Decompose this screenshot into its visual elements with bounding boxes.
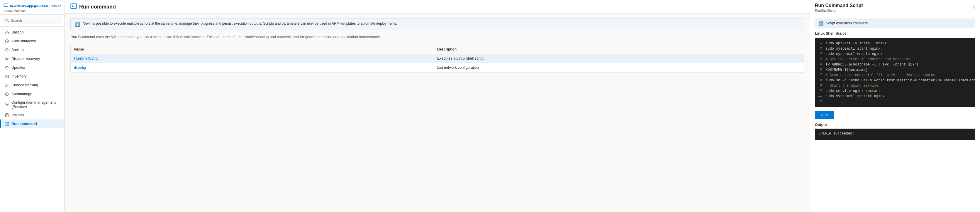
panel-body: ℹ️ Script execution complete Linux Shell… (810, 15, 980, 212)
config-management-icon (5, 102, 9, 107)
line-num-12: 12 (815, 99, 826, 103)
col-name-header: Name (74, 47, 437, 51)
sidebar-item-run-command-label: Run command (11, 122, 37, 126)
line-num-6: 6 (815, 67, 826, 71)
info-banner: ℹ️ Now it's possible to execute multiple… (70, 18, 804, 30)
svg-point-2 (6, 33, 7, 33)
code-line-6: 6 HOSTNAME=$(hostname) (815, 67, 975, 73)
run-command-header-icon (70, 3, 77, 11)
automanage-icon (5, 92, 9, 96)
code-line-9: 9 # Start the nginx service (815, 83, 975, 88)
table-row[interactable]: RunShellScript Executes a Linux shell sc… (71, 54, 804, 63)
line-code-11: sudo systemctl restart nginx (826, 94, 975, 99)
line-code-7: # Create the index.html file with the de… (826, 73, 975, 78)
search-input[interactable] (3, 17, 61, 24)
line-num-2: 2 (815, 46, 826, 50)
page-content: ℹ️ Now it's possible to execute multiple… (65, 13, 810, 212)
line-code-3: sudo systemctl enable nginx (826, 51, 975, 57)
line-code-1: sudo apt-get -y install nginx (826, 41, 975, 46)
sidebar-nav: Bastion Auto-shutdown Backup Disaster re… (0, 27, 64, 212)
line-num-10: 10 (815, 88, 826, 92)
info-icon: ℹ️ (75, 22, 80, 27)
code-line-12: 12 (815, 99, 975, 104)
policies-icon (5, 113, 9, 118)
sidebar-item-automanage[interactable]: Automanage (0, 89, 64, 98)
sidebar-item-updates[interactable]: Updates (0, 63, 64, 72)
description-text: Run Command uses the VM agent to let you… (70, 34, 804, 40)
script-name-runshellscript[interactable]: RunShellScript (74, 56, 437, 61)
exec-complete-icon: ℹ️ (818, 21, 823, 26)
sidebar-item-configuration-management-label: Configuration management (Preview) (11, 100, 61, 108)
backup-icon (5, 48, 9, 52)
code-line-10: 10 sudo service nginx restart (815, 88, 975, 94)
output-terminal: Enable succeeded: (815, 129, 975, 140)
line-num-1: 1 (815, 41, 826, 45)
line-num-3: 3 (815, 51, 826, 55)
script-table: Name Description RunShellScript Executes… (70, 45, 804, 73)
svg-point-6 (6, 93, 7, 94)
output-label: Output (815, 123, 975, 127)
sidebar-item-auto-shutdown[interactable]: Auto-shutdown (0, 37, 64, 46)
vm-subtitle: Virtual machine (3, 9, 61, 13)
sidebar-item-updates-label: Updates (11, 65, 25, 70)
inventory-icon (5, 74, 9, 79)
sidebar-item-disaster-recovery[interactable]: Disaster recovery (0, 54, 64, 63)
output-section: Output Enable succeeded: (815, 123, 975, 140)
sidebar-item-run-command[interactable]: Run command (0, 120, 64, 128)
run-command-icon (5, 121, 9, 126)
sidebar-item-backup-label: Backup (11, 48, 24, 52)
code-line-4: 4 # Get the server IP address and hostna… (815, 57, 975, 62)
code-line-1: 1 sudo apt-get -y install nginx (815, 41, 975, 46)
panel-subtitle: RunShellScript (815, 9, 863, 12)
updates-icon (5, 65, 9, 70)
line-code-6: HOSTNAME=$(hostname) (826, 67, 975, 73)
output-line-1: Enable succeeded: (818, 132, 972, 135)
line-code-2: sudo systemctl start nginx (826, 46, 975, 51)
execution-complete-banner: ℹ️ Script execution complete (815, 19, 975, 28)
line-code-4: # Get the server IP address and hostname (826, 57, 975, 62)
run-button[interactable]: Run (815, 111, 834, 119)
change-tracking-icon (5, 83, 9, 88)
panel-close-button[interactable]: × (973, 5, 975, 10)
panel-title: Run Command Script (815, 3, 863, 8)
sidebar-item-policies[interactable]: Policies (0, 111, 64, 120)
sidebar-item-change-tracking[interactable]: Change tracking (0, 81, 64, 89)
sidebar-item-bastion-label: Bastion (11, 30, 24, 34)
line-code-5: IP_ADDRESS=$(hostname -I | awk '{print $… (826, 62, 975, 67)
bastion-icon (5, 30, 9, 35)
sidebar-item-configuration-management[interactable]: Configuration management (Preview) (0, 98, 64, 111)
panel-header: Run Command Script RunShellScript × (810, 0, 980, 15)
disaster-recovery-icon (5, 56, 9, 61)
sidebar-item-auto-shutdown-label: Auto-shutdown (11, 39, 36, 43)
script-desc-ifconfig: List network configuration (437, 65, 800, 70)
line-num-4: 4 (815, 57, 826, 61)
sidebar-item-bastion[interactable]: Bastion (0, 28, 64, 37)
code-editor[interactable]: 1 sudo apt-get -y install nginx 2 sudo s… (815, 38, 975, 107)
info-banner-text: Now it's possible to execute multiple sc… (83, 21, 397, 26)
line-code-9: # Start the nginx service (826, 83, 975, 88)
sidebar-item-inventory-label: Inventory (11, 74, 26, 78)
table-header: Name Description (71, 45, 804, 54)
line-code-8: sudo sh -c 'echo Hello World from miztii… (826, 78, 975, 83)
line-num-5: 5 (815, 62, 826, 66)
table-row[interactable]: ifconfig List network configuration (71, 63, 804, 72)
vm-icon (3, 3, 8, 8)
line-code-10: sudo service nginx restart (826, 88, 975, 94)
script-section-label: Linux Shell Script (815, 32, 975, 35)
line-code-12 (826, 99, 975, 104)
line-num-7: 7 (815, 73, 826, 77)
sidebar-header: m-web-srv-app-gw-004-0 | Run command Vir… (0, 0, 64, 15)
sidebar-item-inventory[interactable]: Inventory (0, 72, 64, 81)
sidebar-item-backup[interactable]: Backup (0, 46, 64, 54)
line-num-8: 8 (815, 78, 826, 81)
col-description-header: Description (437, 47, 800, 51)
sidebar-item-automanage-label: Automanage (11, 92, 32, 96)
script-name-ifconfig[interactable]: ifconfig (74, 65, 437, 70)
code-line-5: 5 IP_ADDRESS=$(hostname -I | awk '{print… (815, 62, 975, 67)
sidebar-item-change-tracking-label: Change tracking (11, 83, 38, 87)
page-header: Run command (65, 0, 810, 13)
svg-rect-0 (4, 4, 8, 6)
code-line-11: 11 sudo systemctl restart nginx (815, 94, 975, 99)
vm-title: m-web-srv-app-gw-004-0 | Run command (3, 3, 61, 8)
sidebar-item-disaster-recovery-label: Disaster recovery (11, 57, 40, 61)
